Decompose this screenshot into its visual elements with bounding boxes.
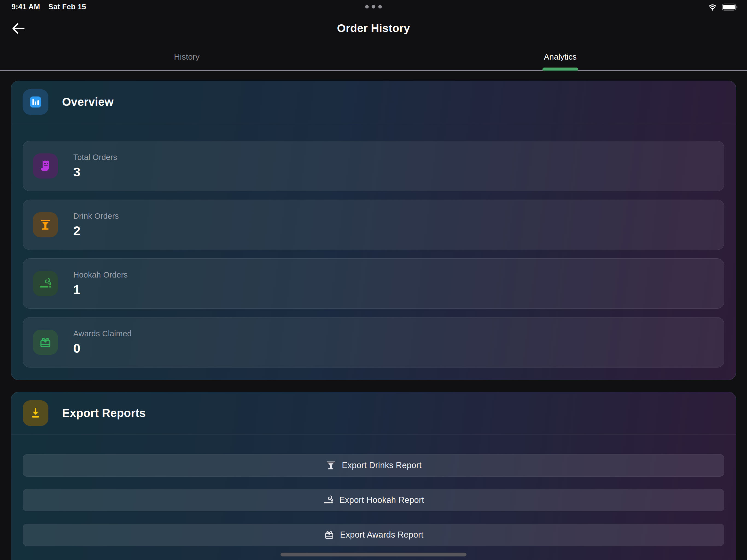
stat-label: Drink Orders	[73, 212, 119, 221]
bar-chart-icon	[23, 89, 48, 115]
receipt-icon	[33, 153, 58, 179]
stat-row-total-orders: Total Orders 3	[23, 141, 724, 191]
overview-card-header: Overview	[11, 81, 736, 123]
export-button-label: Export Drinks Report	[342, 460, 422, 470]
stat-label: Total Orders	[73, 153, 117, 162]
stat-label: Awards Claimed	[73, 329, 131, 338]
export-button-label: Export Hookah Report	[339, 495, 424, 505]
battery-full-icon	[722, 3, 738, 11]
tab-history[interactable]: History	[0, 44, 374, 70]
tab-analytics[interactable]: Analytics	[374, 44, 747, 70]
stat-value: 0	[73, 341, 131, 356]
overview-card: Overview Total Orders 3	[11, 81, 736, 380]
stat-row-drink-orders: Drink Orders 2	[23, 200, 724, 250]
multitasking-ellipsis-icon[interactable]	[365, 5, 382, 8]
martini-icon	[325, 460, 336, 471]
wifi-icon	[707, 3, 718, 11]
export-reports-title: Export Reports	[62, 407, 146, 420]
stat-row-hookah-orders: Hookah Orders 1	[23, 258, 724, 309]
smoking-icon	[323, 495, 334, 506]
stat-value: 2	[73, 223, 119, 238]
tab-bar: History Analytics	[0, 44, 747, 71]
page-title: Order History	[0, 22, 747, 35]
stat-value: 3	[73, 164, 117, 179]
download-icon	[23, 400, 48, 426]
martini-icon	[33, 212, 58, 237]
nav-bar: Order History	[0, 14, 747, 44]
overview-title: Overview	[62, 96, 113, 108]
export-awards-report-button[interactable]: Export Awards Report	[23, 524, 724, 546]
tab-analytics-label: Analytics	[544, 52, 577, 61]
smoking-icon	[33, 271, 58, 296]
gift-icon	[324, 529, 335, 540]
export-card-header: Export Reports	[11, 392, 736, 434]
stat-row-awards-claimed: Awards Claimed 0	[23, 317, 724, 367]
export-hookah-report-button[interactable]: Export Hookah Report	[23, 489, 724, 511]
active-tab-underline	[542, 68, 578, 71]
order-history-screen: 9:41 AM Sat Feb 15	[0, 0, 747, 560]
tab-history-label: History	[174, 52, 199, 61]
home-indicator[interactable]	[281, 553, 466, 556]
status-date: Sat Feb 15	[48, 3, 86, 11]
overview-stats: Total Orders 3 Drink Orders 2	[11, 123, 736, 367]
export-reports-card: Export Reports Export Drinks Report Expo…	[11, 392, 736, 560]
export-button-label: Export Awards Report	[340, 530, 423, 540]
status-bar: 9:41 AM Sat Feb 15	[0, 0, 747, 14]
export-buttons: Export Drinks Report Export Hookah Repor…	[11, 434, 736, 546]
gift-icon	[33, 330, 58, 355]
status-time: 9:41 AM	[11, 3, 40, 11]
stat-label: Hookah Orders	[73, 271, 128, 279]
export-drinks-report-button[interactable]: Export Drinks Report	[23, 454, 724, 477]
stat-value: 1	[73, 282, 128, 297]
